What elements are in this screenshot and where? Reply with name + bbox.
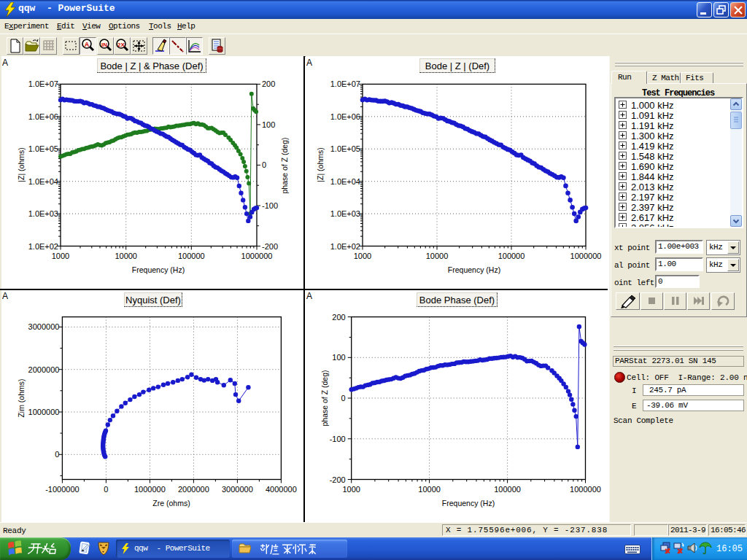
svg-text:3000000: 3000000 [222,485,253,494]
svg-text:Frequency (Hz): Frequency (Hz) [448,265,500,274]
svg-text:100000: 100000 [498,252,525,260]
svg-text:phase of Z (deg): phase of Z (deg) [320,370,329,426]
svg-text:1000000: 1000000 [570,252,602,260]
svg-text:1.0E+02: 1.0E+02 [330,242,360,251]
svg-text:100: 100 [262,120,275,129]
svg-text:phase of Z (deg): phase of Z (deg) [280,137,289,193]
svg-text:10000: 10000 [115,252,137,260]
svg-text:4000000: 4000000 [266,485,297,494]
svg-text:1000000: 1000000 [570,485,601,494]
svg-text:|Z| (ohms): |Z| (ohms) [316,147,325,182]
svg-text:1000000: 1000000 [241,252,273,260]
svg-text:10000: 10000 [426,252,449,260]
svg-text:1.0E+03: 1.0E+03 [330,209,360,218]
svg-text:1.0E+05: 1.0E+05 [28,144,58,153]
svg-text:-100: -100 [330,435,346,443]
svg-text:|Z| (ohms): |Z| (ohms) [17,147,26,182]
svg-text:-100: -100 [262,201,278,210]
svg-text:2X: 2X [117,42,125,48]
svg-text:1000: 1000 [52,252,69,260]
svg-text:3000000: 3000000 [28,322,60,331]
svg-text:-200: -200 [330,475,346,484]
svg-text:100000: 100000 [494,485,521,494]
svg-text:200: 200 [332,313,345,322]
svg-text:1.0E+02: 1.0E+02 [28,242,58,251]
svg-text:1.0E+06: 1.0E+06 [330,112,360,121]
svg-text:2000000: 2000000 [28,365,60,374]
svg-text:0: 0 [262,160,266,169]
svg-text:1000000: 1000000 [28,408,60,416]
svg-text:1.0E+07: 1.0E+07 [330,79,360,88]
svg-text:1.0E+06: 1.0E+06 [28,112,58,121]
svg-text:100000: 100000 [178,252,205,260]
svg-text:1.0E+07: 1.0E+07 [28,79,58,88]
svg-text:1.0E+04: 1.0E+04 [330,177,360,186]
svg-text:100: 100 [332,353,345,362]
svg-text:0: 0 [104,485,108,494]
svg-text:IN: IN [101,42,107,48]
svg-text:1.0E+04: 1.0E+04 [28,177,58,186]
svg-text:-200: -200 [262,242,278,251]
svg-text:10000: 10000 [418,485,441,494]
svg-text:A: A [85,41,90,48]
svg-text:Frequency (Hz): Frequency (Hz) [132,265,185,274]
svg-text:Zim (ohms): Zim (ohms) [17,378,26,417]
svg-text:0: 0 [341,394,346,402]
svg-text:2000000: 2000000 [178,485,209,494]
svg-text:Frequency (Hz): Frequency (Hz) [442,499,495,508]
svg-text:1000000: 1000000 [134,485,166,494]
svg-text:200: 200 [262,79,275,88]
svg-text:Zre (ohms): Zre (ohms) [152,499,190,508]
svg-text:1.0E+03: 1.0E+03 [28,209,58,218]
svg-text:1.0E+05: 1.0E+05 [330,144,360,153]
svg-text:1000: 1000 [354,252,371,260]
svg-text:1000: 1000 [342,485,360,494]
svg-text:-1000000: -1000000 [45,485,80,494]
svg-text:0: 0 [55,450,59,459]
